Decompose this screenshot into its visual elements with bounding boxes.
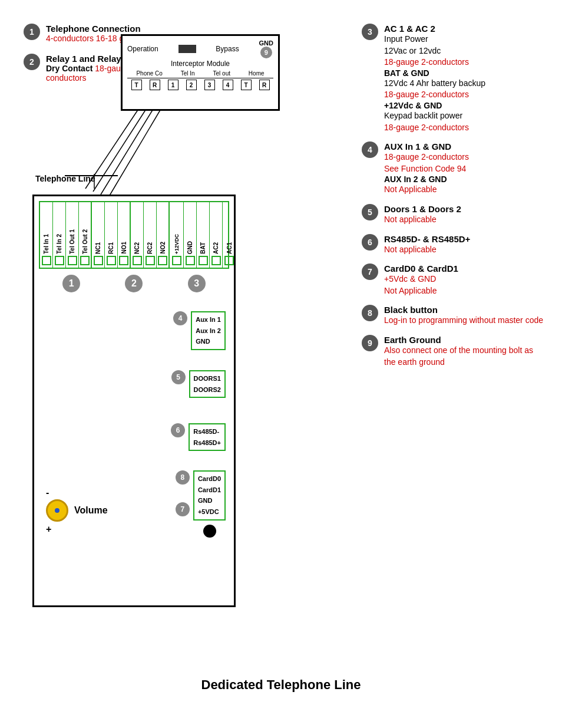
right-9-content: Earth Ground Also connect one of the mou… [384,335,544,368]
box-rc2 [146,256,155,265]
right-9-row: 9 Earth Ground Also connect one of the m… [362,335,544,368]
r6-title: RS485D- & RS485D+ [384,234,470,244]
label-ac1: AC1 [226,242,233,254]
r3-line4: 12Vdc 4 Ahr battery backup [384,78,485,90]
black-button-area [203,525,216,538]
label-telin2: Tel In 2 [56,234,62,254]
right-4-row: 4 AUX In 1 & GND 18-gauge 2-conductors S… [362,141,544,196]
term-2: 2 [186,80,197,90]
term-telout2: Tel Out 2 [79,202,92,268]
r7-line1: +5Vdc & GND [384,274,458,285]
cardd-area: 8 7 CardD0 CardD1 GND +5VDC [176,470,226,521]
term-telin1: Tel In 1 [40,202,53,268]
sec-badge-1: 1 [62,275,80,292]
label-no1: NO1 [121,242,127,254]
volume-knob-dot [55,508,59,513]
badge-9: 9 [362,335,378,351]
doors-area: 5 DOORS1 DOORS2 [171,370,226,398]
module-top-row: Operation Bypass GND 9 [127,39,273,58]
black-button[interactable] [203,525,216,538]
r4-na: Not Applicable [384,184,469,196]
module-terminals: T R 1 2 3 4 T R [127,80,273,90]
r3-line1: Input Power [384,34,485,45]
badge-4: 4 [362,141,378,158]
r3-line5: 18-gauge 2-conductors [384,89,485,101]
right-item-8: 8 Black button Log-in to programming wit… [362,305,544,327]
aux-in-area: 4 Aux In 1 Aux In 2 GND [173,311,226,350]
right-item-4: 4 AUX In 1 & GND 18-gauge 2-conductors S… [362,141,544,196]
label-rc1: RC1 [108,242,114,254]
r4-title: AUX In 1 & GND [384,141,469,151]
term-gnd: GND [184,202,197,268]
box-ac2 [211,256,221,265]
r9-line1: Also connect one of the mounting bolt as… [384,345,544,368]
term-nc1: NC1 [92,202,105,268]
badge-3: 3 [362,24,378,40]
box-rc1 [107,256,116,265]
volume-knob[interactable] [46,499,68,522]
label-no2: NO2 [160,242,166,254]
sec-badge-2: 2 [125,275,143,292]
right-5-content: Doors 1 & Doors 2 Not applicable [384,204,461,226]
cardd0-label: CardD0 [198,473,221,485]
aux-in-block: Aux In 1 Aux In 2 GND [191,311,226,350]
right-item-7: 7 CardD0 & CardD1 +5Vdc & GND Not Applic… [362,263,544,297]
term-telin2: Tel In 2 [53,202,66,268]
right-4-content: AUX In 1 & GND 18-gauge 2-conductors See… [384,141,469,196]
box-no2 [158,256,167,265]
page-container: 1 Telephone Connection 4-conductors 16-1… [0,0,562,728]
right-8-row: 8 Black button Log-in to programming wit… [362,305,544,327]
r4-line1: 18-gauge 2-conductors [384,151,469,163]
right-7-row: 7 CardD0 & CardD1 +5Vdc & GND Not Applic… [362,263,544,297]
r4-line2: See Function Code 94 [384,163,469,175]
gnd-aux-label: GND [196,336,221,347]
r3-12vdc: +12Vdc & GND [384,101,485,110]
box-nc1 [94,256,103,265]
badge-4-device: 4 [173,311,187,325]
term-12vdc: +12VDC [170,202,184,268]
label-telout2: Tel Out 2 [82,229,88,254]
term-ac1: AC1 [223,202,236,268]
col-phoneco: Phone Co [136,70,162,77]
5vdc-label: +5VDC [198,506,221,518]
legend-1-title: Telephone Connection [46,24,142,34]
box-telin2 [55,256,64,265]
terminal-strip: Tel In 1 Tel In 2 Tel Out 1 Tel Out 2 NC… [39,201,229,269]
badge-8-device: 8 [176,470,190,485]
gnd-card-label: GND [198,495,221,506]
r7-line2: Not Applicable [384,285,458,297]
badge-5: 5 [362,204,378,220]
r3-line2: 12Vac or 12vdc [384,45,485,57]
badge-6-device: 6 [171,423,185,437]
device-box: Tel In 1 Tel In 2 Tel Out 1 Tel Out 2 NC… [32,195,236,607]
rs485-block: Rs485D- Rs485D+ [189,423,226,451]
doors1-label: DOORS1 [194,373,221,384]
col-telout: Tel out [213,70,230,77]
term-T2: T [241,80,252,90]
box-no1 [119,256,128,265]
box-gnd [186,256,195,265]
volume-area: - Volume + [46,487,108,535]
label-nc1: NC1 [95,242,101,254]
svg-line-3 [101,109,153,195]
r3-line3: 18-gauge 2-conductors [384,57,485,68]
label-12vdc: +12VDC [174,234,180,254]
card-badges: 8 7 [176,470,190,516]
term-ac2: AC2 [210,202,223,268]
footer: Dedicated Telephone Line [0,677,562,693]
r3-line6: Keypad backlit power [384,110,485,122]
right-8-content: Black button Log-in to programming witho… [384,305,543,327]
term-no2: NO2 [157,202,170,268]
cardd1-label: CardD1 [198,485,221,496]
sec-badge-3: 3 [188,275,206,292]
term-no1: NO1 [118,202,131,268]
r3-batgnd: BAT & GND [384,68,485,78]
interceptor-module: Operation Bypass GND 9 Interceptor Modul… [121,34,280,111]
col-home: Home [249,70,265,77]
r3-line7: 18-gauge 2-conductors [384,122,485,134]
right-item-9: 9 Earth Ground Also connect one of the m… [362,335,544,368]
badge-6: 6 [362,234,378,251]
footer-title: Dedicated Telephone Line [0,677,562,693]
box-telin1 [42,256,51,265]
volume-label: Volume [74,505,108,516]
